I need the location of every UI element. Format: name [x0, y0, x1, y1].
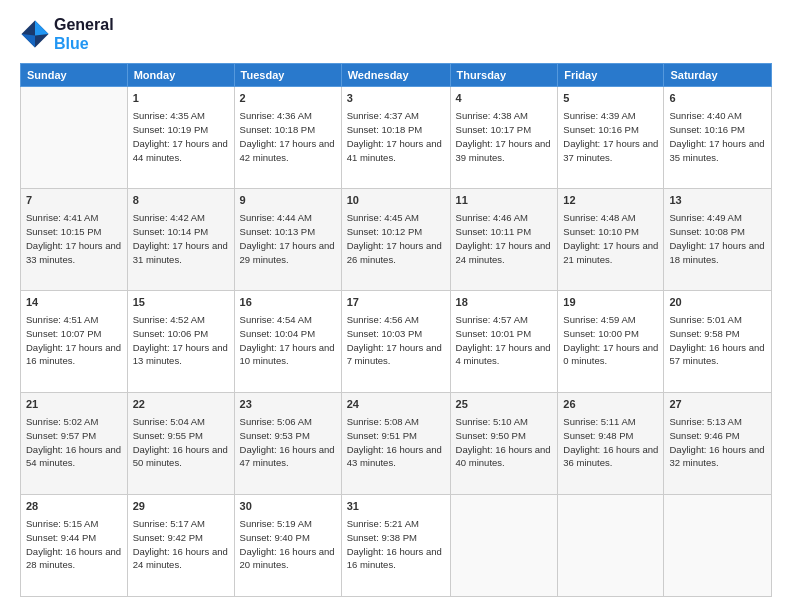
sunrise-text: Sunrise: 5:17 AM: [133, 517, 229, 531]
day-number: 9: [240, 193, 336, 209]
calendar-table: SundayMondayTuesdayWednesdayThursdayFrid…: [20, 63, 772, 597]
daylight-text: Daylight: 17 hours and 26 minutes.: [347, 239, 445, 267]
day-number: 15: [133, 295, 229, 311]
sunrise-text: Sunrise: 4:40 AM: [669, 109, 766, 123]
sunset-text: Sunset: 10:15 PM: [26, 225, 122, 239]
day-number: 3: [347, 91, 445, 107]
calendar-cell: 16Sunrise: 4:54 AMSunset: 10:04 PMDaylig…: [234, 291, 341, 393]
day-number: 8: [133, 193, 229, 209]
daylight-text: Daylight: 17 hours and 44 minutes.: [133, 137, 229, 165]
day-number: 30: [240, 499, 336, 515]
day-number: 21: [26, 397, 122, 413]
calendar-cell: 29Sunrise: 5:17 AMSunset: 9:42 PMDayligh…: [127, 495, 234, 597]
calendar-week-row: 28Sunrise: 5:15 AMSunset: 9:44 PMDayligh…: [21, 495, 772, 597]
daylight-text: Daylight: 17 hours and 33 minutes.: [26, 239, 122, 267]
day-number: 14: [26, 295, 122, 311]
sunrise-text: Sunrise: 5:15 AM: [26, 517, 122, 531]
daylight-text: Daylight: 16 hours and 28 minutes.: [26, 545, 122, 573]
daylight-text: Daylight: 16 hours and 36 minutes.: [563, 443, 658, 471]
sunset-text: Sunset: 9:48 PM: [563, 429, 658, 443]
daylight-text: Daylight: 16 hours and 32 minutes.: [669, 443, 766, 471]
calendar-cell: 11Sunrise: 4:46 AMSunset: 10:11 PMDaylig…: [450, 189, 558, 291]
calendar-cell: 8Sunrise: 4:42 AMSunset: 10:14 PMDayligh…: [127, 189, 234, 291]
sunrise-text: Sunrise: 4:54 AM: [240, 313, 336, 327]
day-number: 29: [133, 499, 229, 515]
calendar-cell: [21, 87, 128, 189]
calendar-week-row: 21Sunrise: 5:02 AMSunset: 9:57 PMDayligh…: [21, 393, 772, 495]
calendar-cell: 28Sunrise: 5:15 AMSunset: 9:44 PMDayligh…: [21, 495, 128, 597]
sunset-text: Sunset: 10:13 PM: [240, 225, 336, 239]
calendar-cell: [450, 495, 558, 597]
day-number: 13: [669, 193, 766, 209]
sunset-text: Sunset: 10:06 PM: [133, 327, 229, 341]
daylight-text: Daylight: 16 hours and 50 minutes.: [133, 443, 229, 471]
calendar-cell: 3Sunrise: 4:37 AMSunset: 10:18 PMDayligh…: [341, 87, 450, 189]
calendar-week-row: 14Sunrise: 4:51 AMSunset: 10:07 PMDaylig…: [21, 291, 772, 393]
calendar-cell: [664, 495, 772, 597]
daylight-text: Daylight: 17 hours and 21 minutes.: [563, 239, 658, 267]
svg-marker-2: [22, 34, 36, 48]
logo: General Blue: [20, 15, 114, 53]
calendar-cell: 20Sunrise: 5:01 AMSunset: 9:58 PMDayligh…: [664, 291, 772, 393]
daylight-text: Daylight: 17 hours and 4 minutes.: [456, 341, 553, 369]
daylight-text: Daylight: 17 hours and 35 minutes.: [669, 137, 766, 165]
daylight-text: Daylight: 16 hours and 24 minutes.: [133, 545, 229, 573]
sunrise-text: Sunrise: 4:51 AM: [26, 313, 122, 327]
calendar-page: General Blue SundayMondayTuesdayWednesda…: [0, 0, 792, 612]
calendar-cell: 6Sunrise: 4:40 AMSunset: 10:16 PMDayligh…: [664, 87, 772, 189]
sunrise-text: Sunrise: 5:04 AM: [133, 415, 229, 429]
calendar-cell: 12Sunrise: 4:48 AMSunset: 10:10 PMDaylig…: [558, 189, 664, 291]
sunset-text: Sunset: 10:08 PM: [669, 225, 766, 239]
daylight-text: Daylight: 16 hours and 20 minutes.: [240, 545, 336, 573]
daylight-text: Daylight: 17 hours and 24 minutes.: [456, 239, 553, 267]
sunset-text: Sunset: 10:19 PM: [133, 123, 229, 137]
sunrise-text: Sunrise: 4:56 AM: [347, 313, 445, 327]
daylight-text: Daylight: 17 hours and 18 minutes.: [669, 239, 766, 267]
sunrise-text: Sunrise: 4:38 AM: [456, 109, 553, 123]
day-number: 5: [563, 91, 658, 107]
day-number: 18: [456, 295, 553, 311]
sunset-text: Sunset: 9:51 PM: [347, 429, 445, 443]
day-number: 16: [240, 295, 336, 311]
sunset-text: Sunset: 10:01 PM: [456, 327, 553, 341]
sunrise-text: Sunrise: 5:11 AM: [563, 415, 658, 429]
day-header-tuesday: Tuesday: [234, 64, 341, 87]
sunrise-text: Sunrise: 5:08 AM: [347, 415, 445, 429]
sunset-text: Sunset: 9:42 PM: [133, 531, 229, 545]
daylight-text: Daylight: 17 hours and 37 minutes.: [563, 137, 658, 165]
day-number: 19: [563, 295, 658, 311]
day-number: 2: [240, 91, 336, 107]
calendar-cell: 1Sunrise: 4:35 AMSunset: 10:19 PMDayligh…: [127, 87, 234, 189]
calendar-cell: 21Sunrise: 5:02 AMSunset: 9:57 PMDayligh…: [21, 393, 128, 495]
sunrise-text: Sunrise: 4:37 AM: [347, 109, 445, 123]
day-number: 26: [563, 397, 658, 413]
sunset-text: Sunset: 10:07 PM: [26, 327, 122, 341]
sunset-text: Sunset: 9:58 PM: [669, 327, 766, 341]
calendar-cell: 7Sunrise: 4:41 AMSunset: 10:15 PMDayligh…: [21, 189, 128, 291]
calendar-header-row: SundayMondayTuesdayWednesdayThursdayFrid…: [21, 64, 772, 87]
daylight-text: Daylight: 17 hours and 16 minutes.: [26, 341, 122, 369]
day-header-friday: Friday: [558, 64, 664, 87]
daylight-text: Daylight: 17 hours and 29 minutes.: [240, 239, 336, 267]
sunset-text: Sunset: 9:44 PM: [26, 531, 122, 545]
calendar-cell: 2Sunrise: 4:36 AMSunset: 10:18 PMDayligh…: [234, 87, 341, 189]
daylight-text: Daylight: 17 hours and 0 minutes.: [563, 341, 658, 369]
calendar-cell: 18Sunrise: 4:57 AMSunset: 10:01 PMDaylig…: [450, 291, 558, 393]
calendar-cell: 5Sunrise: 4:39 AMSunset: 10:16 PMDayligh…: [558, 87, 664, 189]
sunset-text: Sunset: 10:11 PM: [456, 225, 553, 239]
calendar-cell: 14Sunrise: 4:51 AMSunset: 10:07 PMDaylig…: [21, 291, 128, 393]
day-number: 28: [26, 499, 122, 515]
sunrise-text: Sunrise: 4:59 AM: [563, 313, 658, 327]
day-number: 12: [563, 193, 658, 209]
sunset-text: Sunset: 9:46 PM: [669, 429, 766, 443]
daylight-text: Daylight: 17 hours and 7 minutes.: [347, 341, 445, 369]
sunrise-text: Sunrise: 4:57 AM: [456, 313, 553, 327]
day-number: 1: [133, 91, 229, 107]
day-header-saturday: Saturday: [664, 64, 772, 87]
daylight-text: Daylight: 16 hours and 16 minutes.: [347, 545, 445, 573]
calendar-cell: 27Sunrise: 5:13 AMSunset: 9:46 PMDayligh…: [664, 393, 772, 495]
daylight-text: Daylight: 16 hours and 54 minutes.: [26, 443, 122, 471]
sunset-text: Sunset: 10:16 PM: [563, 123, 658, 137]
sunrise-text: Sunrise: 5:06 AM: [240, 415, 336, 429]
calendar-cell: 10Sunrise: 4:45 AMSunset: 10:12 PMDaylig…: [341, 189, 450, 291]
